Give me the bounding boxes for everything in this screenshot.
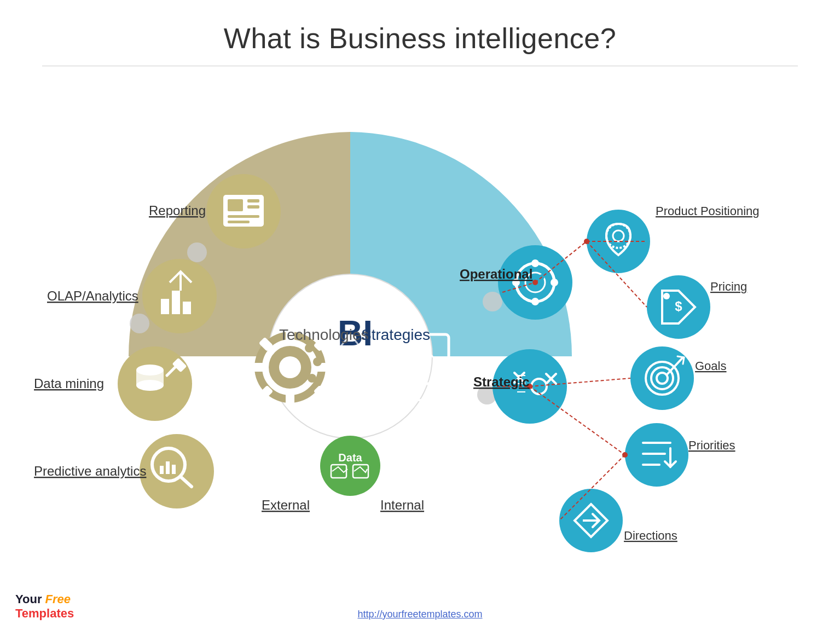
svg-point-103 <box>532 280 538 285</box>
svg-text:OLAP/Analytics: OLAP/Analytics <box>47 288 138 303</box>
svg-text:Product Positioning: Product Positioning <box>656 204 760 218</box>
svg-rect-43 <box>161 299 169 314</box>
svg-text:Priorities: Priorities <box>688 438 735 452</box>
svg-text:Predictive analytics: Predictive analytics <box>34 464 146 478</box>
svg-text:Goals: Goals <box>695 359 726 373</box>
svg-text:Operational: Operational <box>460 267 532 281</box>
logo-templates: Templates <box>15 606 74 620</box>
logo-your: Your <box>15 592 42 606</box>
svg-rect-11 <box>286 392 294 404</box>
svg-rect-5 <box>345 362 349 378</box>
svg-rect-57 <box>166 461 170 474</box>
svg-rect-44 <box>172 291 180 314</box>
page-title: What is Business intelligence? <box>0 22 840 55</box>
svg-point-20 <box>308 374 316 383</box>
svg-rect-39 <box>247 205 259 209</box>
footer: Your Free Templates http://yourfreetempl… <box>0 609 840 620</box>
svg-point-82 <box>630 346 694 410</box>
svg-point-61 <box>531 259 539 267</box>
svg-text:$: $ <box>675 299 682 314</box>
footer-url[interactable]: http://yourfreetemplates.com <box>357 609 482 620</box>
svg-point-63 <box>531 298 539 305</box>
svg-text:Technologies: Technologies <box>279 326 368 343</box>
svg-rect-40 <box>228 215 259 218</box>
svg-point-18 <box>305 344 314 352</box>
svg-text:Data mining: Data mining <box>34 376 104 391</box>
svg-rect-58 <box>172 465 176 474</box>
svg-text:Reporting: Reporting <box>149 203 206 218</box>
footer-logo: Your Free Templates <box>15 592 74 620</box>
svg-rect-6 <box>351 372 356 378</box>
svg-rect-45 <box>183 302 191 314</box>
svg-text:Directions: Directions <box>624 529 677 542</box>
svg-rect-37 <box>228 199 243 211</box>
svg-point-31 <box>320 436 380 496</box>
svg-text:Strategic: Strategic <box>473 374 530 389</box>
svg-rect-4 <box>338 367 343 378</box>
svg-text:External: External <box>262 498 310 512</box>
svg-rect-56 <box>160 466 164 474</box>
svg-point-62 <box>551 279 558 286</box>
svg-text:Strategies: Strategies <box>361 326 430 343</box>
svg-rect-38 <box>247 199 259 203</box>
svg-text:Pricing: Pricing <box>710 280 747 293</box>
svg-text:Internal: Internal <box>380 498 424 512</box>
svg-point-9 <box>279 356 301 378</box>
svg-point-53 <box>140 434 214 508</box>
svg-point-106 <box>622 452 628 458</box>
svg-point-29 <box>483 292 502 311</box>
svg-point-50 <box>136 380 164 391</box>
svg-point-19 <box>313 357 322 366</box>
svg-rect-41 <box>228 221 250 223</box>
svg-point-104 <box>584 239 589 244</box>
svg-text:Data: Data <box>338 452 362 464</box>
svg-point-26 <box>130 314 149 333</box>
svg-point-71 <box>663 293 670 299</box>
logo-free: Free <box>45 592 71 606</box>
title-area: What is Business intelligence? <box>0 0 840 66</box>
title-divider <box>42 66 798 66</box>
diagram-container: BI <box>0 72 840 592</box>
svg-rect-12 <box>253 363 265 372</box>
svg-point-25 <box>187 242 207 262</box>
